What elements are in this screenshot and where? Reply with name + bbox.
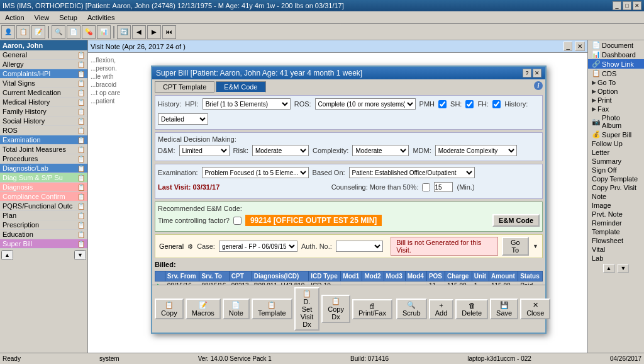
toolbar-btn-10[interactable]: ▶ (147, 25, 161, 39)
right-item-copy-prv[interactable]: Copy Prv. Visit (588, 183, 644, 192)
minimize-button[interactable]: _ (613, 1, 621, 10)
menu-activities[interactable]: Activities (85, 13, 117, 22)
modal-help-button[interactable]: ? (523, 69, 531, 77)
right-item-image[interactable]: Image (588, 201, 644, 210)
sh-checkbox[interactable] (465, 100, 474, 108)
go-to-button[interactable]: Go To (502, 237, 529, 256)
footer-delete-button[interactable]: 🗑 Delete (455, 299, 488, 319)
toolbar-btn-1[interactable]: 👤 (1, 25, 15, 39)
case-select[interactable]: general - FP - 06/09/15 (219, 241, 297, 252)
right-sidebar-scroll-down[interactable]: ▼ (618, 264, 630, 273)
sidebar-item-superbill[interactable]: Super Bill 📋 (0, 239, 87, 249)
em-code-button[interactable]: E&M Code (492, 214, 540, 227)
sidebar-item-diagnosis[interactable]: Diagnosis 📋 (0, 183, 87, 192)
menu-view[interactable]: View (32, 13, 52, 22)
sidebar-item-diagsum[interactable]: Diag Sum & S/P Su 📋 (0, 173, 87, 183)
sidebar-item-pqrs[interactable]: PQRS/Functional Outc 📋 (0, 202, 87, 211)
sidebar-item-prescription[interactable]: Prescription 📋 (0, 220, 87, 230)
right-item-cds[interactable]: 📋 CDS (588, 69, 644, 78)
right-item-goto[interactable]: ▶ Go To (588, 78, 644, 87)
tab-cpt-template[interactable]: CPT Template (155, 81, 214, 93)
footer-close-button[interactable]: ✕ Close (520, 299, 550, 319)
mdm-result-select[interactable]: Moderate Complexity (435, 145, 517, 156)
menu-action[interactable]: Action (3, 13, 27, 22)
right-item-print[interactable]: ▶ Print (588, 96, 644, 105)
sidebar-item-compliance[interactable]: Compliance Confirm 📋 (0, 192, 87, 202)
right-item-template[interactable]: Template (588, 227, 644, 236)
right-item-fax[interactable]: ▶ Fax (588, 105, 644, 113)
sidebar-item-vitals[interactable]: Vital Signs 📋 (0, 79, 87, 88)
right-item-summary[interactable]: Summary (588, 157, 644, 166)
sidebar-item-allergy[interactable]: Allergy 📋 (0, 60, 87, 69)
sidebar-item-examination[interactable]: Examination 📋 (0, 135, 87, 145)
toolbar-btn-3[interactable]: 📝 (31, 25, 45, 39)
sidebar-item-general[interactable]: General 📋 (0, 50, 87, 60)
right-item-signoff[interactable]: Sign Off (588, 166, 644, 174)
right-item-showlink[interactable]: 🔗 Show Link (588, 59, 644, 69)
history-result-select[interactable]: Detailed (158, 113, 208, 125)
based-on-select[interactable]: Patient: Established Office/Outpatient (349, 167, 475, 178)
risk-select[interactable]: Moderate (252, 145, 309, 156)
pmh-checkbox[interactable] (438, 100, 447, 108)
sidebar-item-diaglab[interactable]: Diagnostic/Lab 📋 (0, 164, 87, 173)
minutes-input[interactable] (434, 182, 453, 192)
sidebar-item-education[interactable]: Education 📋 (0, 230, 87, 239)
menu-setup[interactable]: Setup (57, 13, 80, 22)
hpi-select[interactable]: Brief (1 to 3 Elements) (203, 98, 291, 110)
right-item-copy-template[interactable]: Copy Template (588, 174, 644, 183)
ros-select[interactable]: Complete (10 or more systems) (315, 98, 416, 110)
sidebar-scroll-up[interactable]: ▲ (1, 250, 13, 260)
footer-note-button[interactable]: 📄 Note (223, 299, 250, 319)
right-item-vital[interactable]: Vital (588, 245, 644, 254)
footer-add-button[interactable]: + Add (429, 299, 454, 319)
maximize-button[interactable]: □ (623, 1, 631, 10)
sidebar-item-plan[interactable]: Plan 📋 (0, 211, 87, 220)
sidebar-item-medication[interactable]: Current Medication 📋 (0, 88, 87, 98)
right-item-option[interactable]: ▶ Option (588, 87, 644, 96)
right-item-followup[interactable]: Follow Up (588, 139, 644, 148)
exam-select[interactable]: Problem Focused (1 to 5 Eleme... (202, 167, 309, 178)
toolbar-btn-4[interactable]: 🔍 (52, 25, 65, 39)
right-item-reminder[interactable]: Reminder (588, 219, 644, 227)
sidebar-item-medical-history[interactable]: Medical History 📋 (0, 98, 87, 107)
right-item-letter[interactable]: Letter (588, 148, 644, 157)
footer-template-button[interactable]: 📋 Template (252, 299, 292, 319)
dm-select[interactable]: Limited (179, 145, 230, 156)
right-item-lab[interactable]: Lab (588, 254, 644, 263)
sidebar-scroll-down[interactable]: ▼ (74, 250, 86, 260)
toolbar-btn-9[interactable]: ◀ (132, 25, 146, 39)
right-item-flowsheet[interactable]: Flowsheet (588, 236, 644, 245)
sidebar-item-procedures[interactable]: Procedures 📋 (0, 154, 87, 164)
footer-scrub-button[interactable]: 🔍 Scrub (396, 299, 427, 319)
right-item-document[interactable]: 📄 Document (588, 40, 644, 50)
right-item-prvt-note[interactable]: Prvt. Note (588, 210, 644, 219)
sidebar-item-joint[interactable]: Total Joint Measures 📋 (0, 145, 87, 154)
toolbar-btn-8[interactable]: 🔄 (117, 25, 131, 39)
footer-save-button[interactable]: 💾 Save (490, 299, 518, 319)
toolbar-btn-11[interactable]: ⏮ (162, 25, 176, 39)
sidebar-item-ros[interactable]: ROS 📋 (0, 126, 87, 135)
modal-close-button[interactable]: ✕ (533, 69, 541, 77)
toolbar-btn-5[interactable]: 📄 (67, 25, 80, 39)
time-checkbox[interactable] (233, 217, 242, 225)
footer-copydx-button[interactable]: 📋 Copy Dx (321, 295, 350, 323)
auth-select[interactable] (336, 241, 383, 252)
complexity-select[interactable]: Moderate (352, 145, 409, 156)
info-icon[interactable]: i (534, 81, 543, 90)
tab-em-code[interactable]: E&M Code (216, 81, 265, 93)
footer-copy-button[interactable]: 📋 Copy (155, 299, 184, 319)
counseling-checkbox[interactable] (422, 183, 430, 191)
right-sidebar-scroll-up[interactable]: ▲ (603, 264, 615, 273)
right-item-superbill[interactable]: 💰 Super Bill (588, 130, 644, 139)
right-item-dashboard[interactable]: 📊 Dashboard (588, 50, 644, 59)
right-item-note[interactable]: Note (588, 192, 644, 201)
fh-checkbox[interactable] (492, 100, 501, 108)
sidebar-item-family-history[interactable]: Family History 📋 (0, 107, 87, 117)
toolbar-btn-6[interactable]: 💊 (82, 25, 96, 39)
visit-note-btn-minimize[interactable]: _ (564, 42, 572, 51)
sidebar-item-social-history[interactable]: Social History 📋 (0, 117, 87, 126)
close-button[interactable]: ✕ (633, 1, 641, 10)
visit-note-btn-close[interactable]: ✕ (575, 42, 585, 51)
footer-macros-button[interactable]: 📝 Macros (186, 299, 221, 319)
sidebar-item-complaints[interactable]: Complaints/HPI 📋 (0, 69, 87, 79)
